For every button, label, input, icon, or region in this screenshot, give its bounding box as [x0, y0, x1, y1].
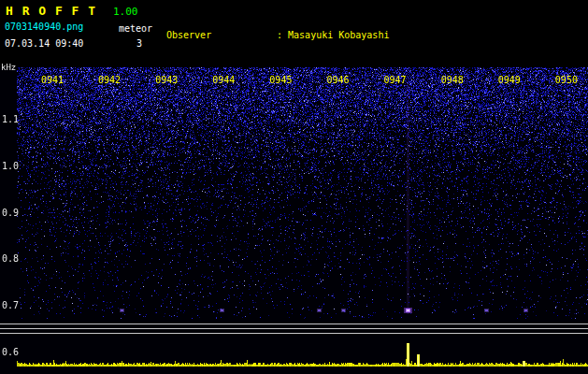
mode-label: meteor	[119, 23, 152, 34]
freq-tick-0.6: 0.6	[2, 347, 19, 357]
time-tick-0943: 0943	[155, 75, 178, 85]
freq-tick-0.7: 0.7	[2, 300, 19, 310]
spectrogram-canvas	[0, 67, 588, 374]
app-version: 1.00	[113, 6, 138, 18]
time-tick-0944: 0944	[212, 75, 235, 85]
time-tick-0946: 0946	[326, 75, 349, 85]
info-label: Observer	[166, 29, 277, 41]
info-value: Masayuki Kobayashi	[288, 30, 389, 40]
freq-tick-1.0: 1.0	[2, 161, 19, 171]
time-tick-0947: 0947	[384, 75, 407, 85]
time-tick-0941: 0941	[41, 75, 64, 85]
meteor-count: 3	[136, 38, 142, 49]
output-filename: 0703140940.png	[5, 22, 83, 32]
freq-tick-0.8: 0.8	[2, 253, 19, 264]
y-axis-unit: kHz	[1, 63, 16, 72]
time-tick-0949: 0949	[498, 75, 521, 85]
time-tick-0942: 0942	[98, 75, 121, 85]
time-tick-0945: 0945	[269, 75, 292, 85]
info-row-observer: Observer: Masayuki Kobayashi	[166, 29, 552, 41]
time-tick-0948: 0948	[441, 75, 464, 85]
freq-tick-0.9: 0.9	[2, 208, 19, 218]
app-title: H R O F F T	[6, 4, 96, 18]
info-colon: :	[277, 30, 288, 40]
time-tick-0950: 0950	[555, 75, 578, 85]
freq-tick-1.1: 1.1	[2, 114, 19, 124]
hrofft-window: H R O F F T 1.00 0703140940.png meteor 0…	[0, 0, 588, 374]
datetime-label: 07.03.14 09:40	[5, 38, 83, 49]
